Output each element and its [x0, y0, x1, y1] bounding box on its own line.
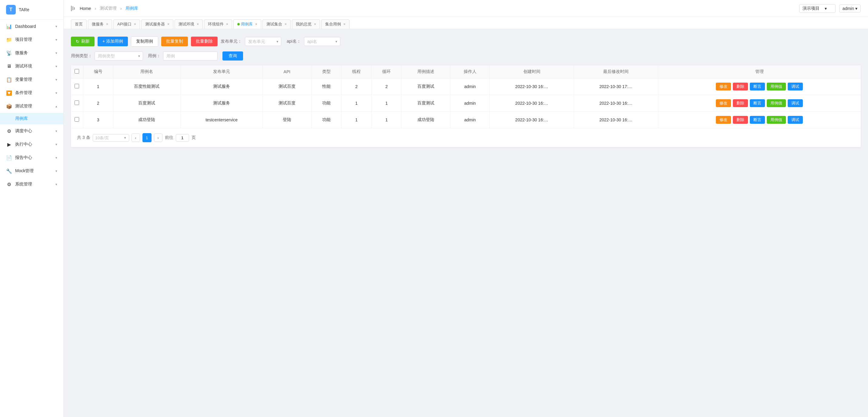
tab-integrated-cases-close[interactable]: ×: [343, 22, 345, 26]
batch-delete-button[interactable]: 批量删除: [191, 37, 218, 46]
delete-button[interactable]: 删除: [733, 82, 748, 91]
tab-test-set-close[interactable]: ×: [285, 22, 287, 26]
sidebar-item-microservice[interactable]: 📡 微服务 ▾: [0, 46, 63, 60]
tab-env-component[interactable]: 环境组件 ×: [204, 20, 232, 29]
goto-input[interactable]: [176, 134, 189, 142]
assert-button[interactable]: 断言: [750, 99, 765, 107]
menu-bars-icon[interactable]: [71, 6, 75, 11]
tab-microservice-close[interactable]: ×: [106, 22, 108, 26]
edit-button[interactable]: 修改: [716, 82, 731, 91]
page-size-select[interactable]: 10条/页 20条/页 50条/页: [93, 134, 129, 142]
sidebar-item-system[interactable]: ⚙ 系统管理 ▾: [0, 178, 63, 191]
tab-api-close[interactable]: ×: [134, 22, 136, 26]
row-checkbox[interactable]: [74, 84, 79, 89]
query-button[interactable]: 查询: [222, 51, 243, 61]
row-modified: 2022-10-30 16:…: [574, 112, 658, 128]
copy-case-button[interactable]: 复制用例: [131, 36, 158, 46]
test-button[interactable]: 调试: [788, 82, 803, 91]
tab-home[interactable]: 首页: [71, 20, 87, 29]
row-created: 2022-10-30 16:…: [490, 112, 574, 128]
table-header-row: 编号 用例名 发布单元 API 类型 线程 循环 用例描述 操作人 创建时间 最…: [71, 65, 861, 78]
tab-integrated-cases[interactable]: 集合用例 ×: [321, 20, 349, 29]
header-left: Home › 测试管理 › 用例库: [71, 6, 138, 11]
test-button[interactable]: 调试: [788, 116, 803, 124]
next-page-button[interactable]: ›: [154, 134, 162, 142]
breadcrumb-home[interactable]: Home: [80, 6, 91, 11]
row-description: 成功登陆: [402, 112, 451, 128]
sidebar-item-exec[interactable]: ▶ 执行中心 ▾: [0, 138, 63, 151]
tab-my-overview[interactable]: 我的总览 ×: [292, 20, 320, 29]
sidebar-item-dashboard[interactable]: 📊 Dashboard ▾: [0, 20, 63, 33]
tab-test-server-close[interactable]: ×: [167, 22, 169, 26]
row-checkbox[interactable]: [74, 117, 79, 121]
tab-test-cases[interactable]: 用例库 ×: [234, 20, 261, 29]
tab-test-env[interactable]: 测试环境 ×: [175, 20, 203, 29]
sidebar-item-mock[interactable]: 🔧 Mock管理 ▾: [0, 164, 63, 178]
test-button[interactable]: 调试: [788, 99, 803, 107]
sidebar-item-test-mgmt[interactable]: 📦 测试管理 ▴: [0, 100, 63, 113]
chevron-down-icon: ▾: [56, 129, 57, 133]
header: Home › 测试管理 › 用例库 演示项目 ▾ admin ▾: [64, 0, 868, 17]
value-button[interactable]: 用例值: [767, 116, 786, 124]
project-select[interactable]: 演示项目 ▾: [799, 4, 836, 13]
col-api: API: [262, 65, 311, 78]
prev-page-button[interactable]: ‹: [131, 134, 140, 142]
row-actions: 修改 删除 断言 用例值 调试: [658, 78, 861, 95]
edit-button[interactable]: 修改: [716, 116, 731, 124]
tab-test-cases-label: 用例库: [241, 22, 253, 27]
breadcrumb-test-mgmt[interactable]: 测试管理: [100, 6, 117, 11]
sidebar: T TARe 📊 Dashboard ▾ 📁 项目管理 ▾ 📡 微服务 ▾ 🖥 …: [0, 0, 64, 417]
report-icon: 📄: [6, 154, 12, 161]
sidebar-item-project[interactable]: 📁 项目管理 ▾: [0, 33, 63, 46]
refresh-icon: ↻: [76, 39, 80, 44]
tab-env-component-close[interactable]: ×: [226, 22, 228, 26]
row-checkbox-cell: [71, 112, 83, 128]
select-all-checkbox[interactable]: [74, 69, 79, 73]
content-area: ↻ 刷新 + 添加用例 复制用例 批量复制 批量删除 发布单元： 发布单元 ap…: [64, 29, 868, 417]
value-button[interactable]: 用例值: [767, 99, 786, 107]
api-name-select[interactable]: api名: [304, 37, 340, 46]
delete-button[interactable]: 删除: [733, 99, 748, 107]
col-id: 编号: [83, 65, 113, 78]
col-created: 创建时间: [490, 65, 574, 78]
sidebar-sub-item-test-cases[interactable]: 用例库: [0, 113, 63, 125]
row-checkbox[interactable]: [74, 101, 79, 105]
tab-api[interactable]: API接口 ×: [113, 20, 140, 29]
publish-unit-select[interactable]: 发布单元: [245, 37, 281, 46]
admin-button[interactable]: admin ▾: [839, 4, 861, 12]
tab-test-set[interactable]: 测试集合 ×: [262, 20, 291, 29]
chevron-down-icon: ▾: [56, 169, 57, 173]
row-created: 2022-10-30 16:…: [490, 95, 574, 112]
tab-home-label: 首页: [75, 22, 83, 27]
sidebar-label-report: 报告中心: [15, 155, 32, 161]
row-loops: 1: [372, 95, 402, 112]
tab-my-overview-close[interactable]: ×: [314, 22, 316, 26]
row-api: 登陆: [262, 112, 311, 128]
tab-test-cases-close[interactable]: ×: [255, 22, 257, 26]
page-1-button[interactable]: 1: [143, 133, 152, 142]
sidebar-item-schedule[interactable]: ⚙ 调度中心 ▾: [0, 125, 63, 138]
sidebar-item-var-mgmt[interactable]: 📋 变量管理 ▾: [0, 73, 63, 86]
sidebar-item-report[interactable]: 📄 报告中心 ▾: [0, 151, 63, 164]
tabs-bar: 首页 微服务 × API接口 × 测试服务器 × 测试环境 × 环境组件 × 用…: [64, 17, 868, 29]
sidebar-item-test-env[interactable]: 🖥 测试环境 ▾: [0, 60, 63, 73]
case-type-select[interactable]: 用例类型: [95, 51, 143, 61]
row-api: 测试百度: [262, 95, 311, 112]
system-icon: ⚙: [6, 181, 12, 187]
edit-button[interactable]: 修改: [716, 99, 731, 107]
assert-button[interactable]: 断言: [750, 116, 765, 124]
case-label: 用例：: [148, 53, 161, 59]
delete-button[interactable]: 删除: [733, 116, 748, 124]
var-mgmt-icon: 📋: [6, 76, 12, 82]
sidebar-item-condition[interactable]: 🔽 条件管理 ▾: [0, 86, 63, 100]
tab-microservice[interactable]: 微服务 ×: [88, 20, 112, 29]
tab-test-env-close[interactable]: ×: [197, 22, 199, 26]
row-api: 测试百度: [262, 78, 311, 95]
add-case-button[interactable]: + 添加用例: [98, 37, 128, 46]
batch-copy-button[interactable]: 批量复制: [161, 37, 188, 46]
value-button[interactable]: 用例值: [767, 82, 786, 91]
refresh-button[interactable]: ↻ 刷新: [71, 37, 95, 46]
case-input[interactable]: [163, 51, 218, 61]
assert-button[interactable]: 断言: [750, 82, 765, 91]
tab-test-server[interactable]: 测试服务器 ×: [141, 20, 173, 29]
